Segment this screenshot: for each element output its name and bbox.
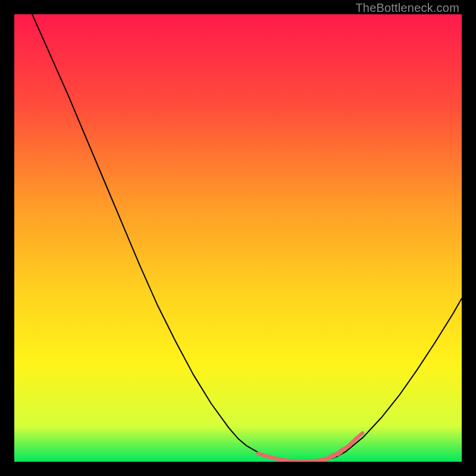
chart-plot xyxy=(14,14,462,462)
watermark-text: TheBottleneck.com xyxy=(355,1,459,15)
chart-frame xyxy=(14,14,462,462)
chart-background xyxy=(14,14,462,462)
